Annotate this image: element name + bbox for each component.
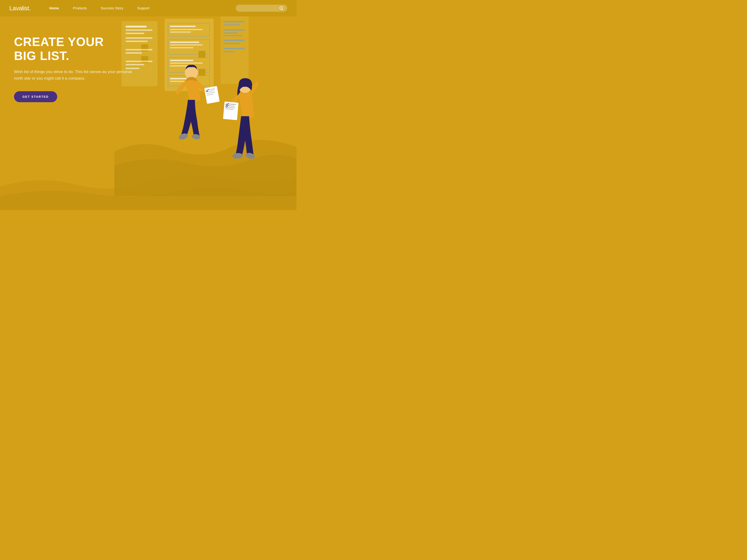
hero-subtitle: Wish list of things you strive to do. Th… [14, 69, 135, 82]
svg-rect-17 [170, 26, 196, 27]
nav-links: Home Products Success Story Support [49, 6, 236, 10]
hero-section: CREATE YOUR BIG LIST. Wish list of thing… [0, 16, 297, 210]
svg-rect-24 [199, 51, 205, 58]
svg-rect-4 [126, 29, 152, 31]
svg-rect-36 [224, 29, 244, 31]
svg-rect-18 [170, 29, 203, 30]
hero-title: CREATE YOUR BIG LIST. [14, 35, 135, 63]
logo-light: list. [22, 5, 31, 12]
hero-illustration [114, 16, 297, 196]
get-started-button[interactable]: GET STARTED [14, 91, 57, 102]
svg-rect-23 [170, 47, 193, 48]
svg-rect-27 [170, 62, 203, 64]
search-input[interactable] [239, 6, 277, 10]
svg-rect-41 [224, 48, 244, 49]
nav-item-support[interactable]: Support [137, 6, 150, 10]
logo-bold: Lava [9, 5, 22, 12]
svg-rect-19 [170, 31, 191, 33]
logo[interactable]: Lavalist. [9, 5, 31, 12]
nav-item-home[interactable]: Home [49, 6, 59, 10]
svg-rect-37 [224, 32, 238, 34]
svg-rect-21 [170, 42, 199, 43]
svg-rect-26 [170, 60, 193, 61]
hero-content: CREATE YOUR BIG LIST. Wish list of thing… [14, 35, 135, 102]
svg-line-1 [282, 9, 283, 9]
search-bar[interactable] [236, 5, 287, 12]
svg-rect-44 [204, 86, 220, 104]
navbar: Lavalist. Home Products Success Story Su… [0, 0, 297, 16]
svg-rect-3 [126, 26, 147, 28]
svg-rect-33 [221, 16, 249, 84]
nav-item-products[interactable]: Products [73, 6, 87, 10]
svg-rect-5 [126, 33, 144, 34]
svg-rect-38 [224, 35, 242, 36]
svg-rect-39 [224, 40, 244, 41]
svg-rect-40 [224, 43, 240, 44]
svg-rect-35 [224, 24, 240, 25]
svg-rect-22 [170, 44, 203, 46]
svg-rect-29 [199, 69, 205, 76]
svg-rect-31 [170, 78, 189, 79]
svg-rect-34 [224, 21, 244, 22]
search-icon [279, 6, 283, 10]
svg-rect-42 [224, 51, 235, 52]
nav-item-success[interactable]: Success Story [101, 6, 123, 10]
